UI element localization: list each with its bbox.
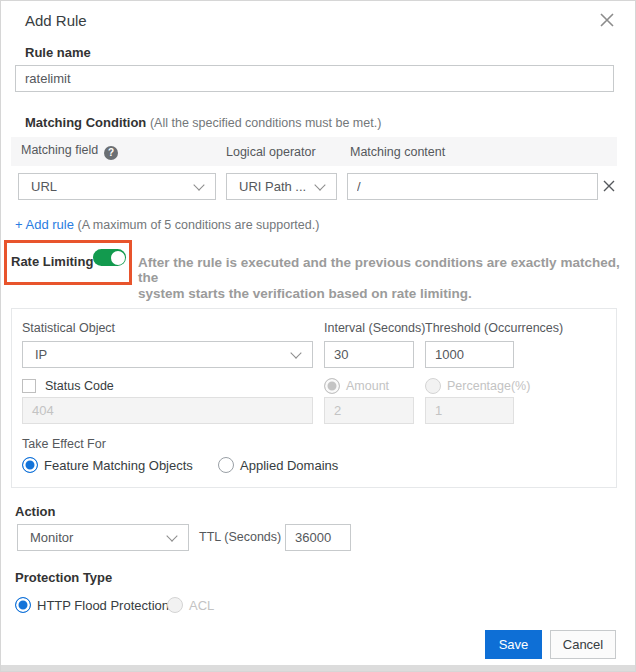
page-background-strip bbox=[1, 665, 635, 671]
amount-radio bbox=[324, 378, 340, 394]
help-icon[interactable]: ? bbox=[104, 146, 118, 160]
add-rule-hint: (A maximum of 5 conditions are supported… bbox=[78, 218, 320, 232]
chevron-down-icon bbox=[314, 179, 325, 190]
amount-label: Amount bbox=[346, 379, 389, 393]
rule-name-label: Rule name bbox=[25, 45, 91, 60]
save-button[interactable]: Save bbox=[485, 630, 542, 659]
ttl-label: TTL (Seconds) bbox=[199, 530, 281, 544]
matching-field-select[interactable]: URL bbox=[18, 173, 216, 200]
action-select[interactable]: Monitor bbox=[17, 524, 189, 551]
statistical-object-select[interactable]: IP bbox=[22, 341, 313, 368]
matching-condition-heading: Matching Condition (All the specified co… bbox=[25, 115, 381, 130]
matching-field-label: Matching field bbox=[21, 143, 98, 157]
add-rule-dialog: Add Rule Rule name Matching Condition (A… bbox=[0, 0, 636, 672]
matching-content-input[interactable] bbox=[347, 173, 598, 200]
matching-field-value: URL bbox=[31, 179, 57, 194]
interval-label: Interval (Seconds) bbox=[324, 321, 425, 335]
chevron-down-icon bbox=[290, 347, 301, 358]
statistical-object-value: IP bbox=[35, 347, 47, 362]
rate-limiting-toggle[interactable] bbox=[93, 249, 126, 266]
action-value: Monitor bbox=[30, 530, 73, 545]
status-code-checkbox[interactable] bbox=[22, 379, 36, 393]
rate-limiting-description-line1: After the rule is executed and the previ… bbox=[138, 255, 635, 285]
feature-matching-objects-radio[interactable] bbox=[22, 457, 38, 473]
acl-radio bbox=[167, 597, 183, 613]
applied-domains-radio[interactable] bbox=[218, 457, 234, 473]
acl-label: ACL bbox=[189, 598, 214, 613]
rate-limiting-label: Rate Limiting bbox=[11, 254, 93, 269]
chevron-down-icon bbox=[166, 530, 177, 541]
chevron-down-icon bbox=[193, 179, 204, 190]
column-logical-operator: Logical operator bbox=[226, 145, 316, 159]
add-rule-link[interactable]: + Add rule bbox=[15, 217, 74, 232]
statistical-object-label: Statistical Object bbox=[22, 321, 115, 335]
rule-name-input[interactable] bbox=[15, 65, 614, 92]
matching-condition-hint: (All the specified conditions must be me… bbox=[150, 116, 381, 130]
http-flood-protection-label: HTTP Flood Protection bbox=[37, 598, 169, 613]
threshold-input[interactable] bbox=[425, 341, 514, 368]
dialog-title: Add Rule bbox=[25, 12, 87, 29]
ttl-input[interactable] bbox=[285, 524, 351, 551]
applied-domains-label: Applied Domains bbox=[240, 458, 338, 473]
rate-limit-settings-panel: Statistical Object Interval (Seconds) Th… bbox=[11, 308, 617, 488]
action-label: Action bbox=[15, 504, 55, 519]
percentage-label: Percentage(%) bbox=[447, 379, 530, 393]
add-rule-row: + Add rule (A maximum of 5 conditions ar… bbox=[15, 217, 319, 232]
logical-operator-value: URI Path ... bbox=[239, 179, 306, 194]
toggle-knob-icon bbox=[111, 251, 125, 265]
status-code-label: Status Code bbox=[45, 379, 114, 393]
close-icon[interactable] bbox=[599, 12, 615, 28]
amount-input: 2 bbox=[324, 397, 414, 424]
interval-input[interactable] bbox=[324, 341, 414, 368]
percentage-radio bbox=[425, 378, 441, 394]
matching-condition-title: Matching Condition bbox=[25, 115, 146, 130]
take-effect-label: Take Effect For bbox=[22, 437, 106, 451]
http-flood-protection-radio[interactable] bbox=[15, 597, 31, 613]
protection-type-label: Protection Type bbox=[15, 570, 112, 585]
percentage-input: 1 bbox=[425, 397, 514, 424]
delete-condition-icon[interactable] bbox=[602, 179, 616, 193]
status-code-input: 404 bbox=[22, 397, 313, 424]
cancel-button[interactable]: Cancel bbox=[550, 630, 616, 659]
rate-limiting-description-line2: system starts the verification based on … bbox=[138, 286, 472, 301]
threshold-label: Threshold (Occurrences) bbox=[425, 321, 563, 335]
column-matching-field: Matching field? bbox=[21, 143, 118, 160]
feature-matching-objects-label: Feature Matching Objects bbox=[44, 458, 193, 473]
logical-operator-select[interactable]: URI Path ... bbox=[226, 173, 337, 200]
column-matching-content: Matching content bbox=[350, 145, 445, 159]
